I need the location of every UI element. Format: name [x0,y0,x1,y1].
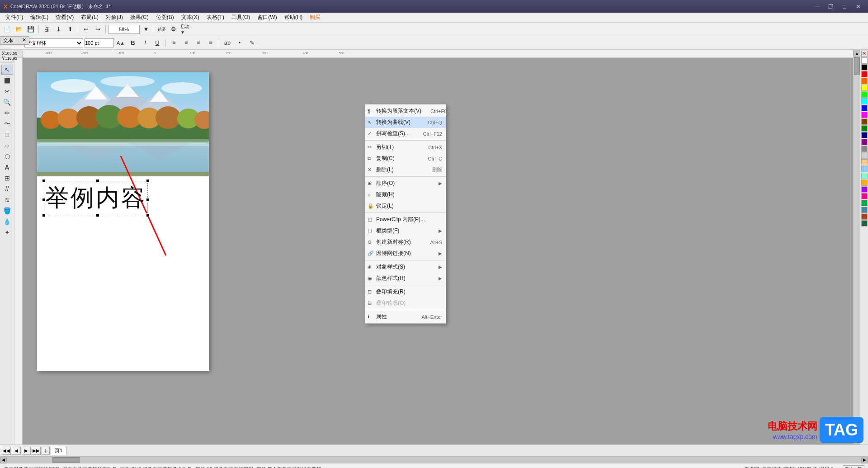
settings-button[interactable]: ⚙ [168,24,179,34]
smart-draw[interactable]: 〜 [1,119,13,129]
ctx-delete[interactable]: ✕ 删除(L) 删除 [365,164,446,175]
save-button[interactable]: 💾 [25,24,36,34]
zoom-tool[interactable]: 🔍 [1,97,13,107]
font-size-up[interactable]: A▲ [115,38,126,48]
eyedropper-tool[interactable]: 💧 [1,217,13,227]
select-tool[interactable]: ↖ [1,65,13,75]
color-swatch-darkgreen[interactable] [861,125,868,132]
color-swatch-black[interactable] [861,64,868,71]
handle-tl[interactable] [42,179,46,183]
color-swatch-lightblue[interactable] [861,166,868,172]
menu-bitmap[interactable]: 位图(B) [152,13,178,22]
color-swatch-steelblue[interactable] [861,207,868,213]
font-size-input[interactable] [85,38,114,47]
char-style[interactable]: ab [222,38,233,48]
underline-button[interactable]: U [152,38,163,48]
ctx-hide[interactable]: ○ 隐藏(H) [365,189,446,200]
ctx-hyperlink[interactable]: 🔗 因特网链接(N) ▶ [365,248,446,259]
color-swatch-lightgray[interactable] [861,152,868,159]
italic-button[interactable]: I [140,38,151,48]
color-swatch-rust[interactable] [861,213,868,220]
no-color-swatch[interactable]: ✕ [861,51,868,57]
color-swatch-white[interactable] [861,57,868,64]
maximize-button[interactable]: □ [838,2,851,11]
menu-table[interactable]: 表格(T) [203,13,228,22]
ctx-color-styles[interactable]: ◉ 颜色样式(R) ▶ [365,273,446,284]
color-swatch-emerald[interactable] [861,200,868,206]
color-swatch-gray[interactable] [861,146,868,152]
menu-buy[interactable]: 购买 [306,13,324,22]
color-swatch-blue[interactable] [861,105,868,111]
redo-button[interactable]: ↪ [92,24,103,34]
export-button[interactable]: ⬆ [65,24,75,34]
menu-view[interactable]: 查看(V) [52,13,77,22]
language-indicator[interactable]: CH ♪ 简 [843,465,865,468]
scroll-up-button[interactable]: ▲ [854,50,860,57]
handle-mr[interactable] [146,198,150,202]
last-page-button[interactable]: ▶▶ [32,447,41,455]
color-swatch-purple[interactable] [861,139,868,145]
ctx-symmetry[interactable]: ⊙ 创建新对称(R) Alt+S [365,236,446,248]
add-page-button[interactable]: + [42,447,50,455]
scroll-left-button[interactable]: ◀ [0,457,7,463]
menu-window[interactable]: 窗口(W) [254,13,280,22]
color-swatch-amber[interactable] [861,180,868,186]
open-button[interactable]: 📂 [14,24,24,34]
color-swatch-peach[interactable] [861,159,868,165]
import-button[interactable]: ⬇ [53,24,64,34]
rect-tool[interactable]: □ [1,130,13,140]
ctx-overprint-fill[interactable]: ⊟ 叠印填充(R) [365,286,446,298]
bold-button[interactable]: B [127,38,138,48]
page-1-tab[interactable]: 页1 [51,446,66,455]
text-tool[interactable]: A [1,162,13,172]
new-button[interactable]: 📄 [2,24,13,34]
bullet-list[interactable]: • [234,38,245,48]
color-swatch-pink[interactable] [861,193,868,199]
color-swatch-orange[interactable] [861,78,868,84]
color-swatch-forest[interactable] [861,220,868,227]
hscroll-track[interactable] [7,457,861,463]
interactive-tool[interactable]: ✦ [1,227,13,237]
text-panel-close[interactable]: ✕ [22,37,26,43]
handle-tm[interactable] [96,179,99,183]
parallel-tool[interactable]: // [1,184,13,194]
text-options[interactable]: ✎ [246,38,257,48]
ctx-cut[interactable]: ✂ 剪切(T) Ctrl+X [365,142,446,153]
handle-bl[interactable] [42,213,46,217]
align-center[interactable]: ≡ [181,38,192,48]
handle-bm[interactable] [96,213,99,217]
ctx-lock[interactable]: 🔒 锁定(L) [365,200,446,212]
first-page-button[interactable]: ◀◀ [2,447,11,455]
canvas-text-object[interactable]: 举例内容 [44,181,148,215]
color-swatch-violet[interactable] [861,186,868,193]
scroll-thumb[interactable] [854,57,860,75]
start-button[interactable]: 启动 ▼ [180,24,191,34]
color-swatch-brown[interactable] [861,118,868,125]
menu-help[interactable]: 帮助(H) [281,13,307,22]
align-justify[interactable]: ≡ [205,38,216,48]
ctx-frame-type[interactable]: ☐ 框类型(F) ▶ [365,225,446,236]
node-tool[interactable]: ⬛ [1,76,13,85]
menu-effects[interactable]: 效果(C) [127,13,152,22]
handle-ml[interactable] [42,198,46,202]
close-button[interactable]: ✕ [852,2,864,11]
menu-edit[interactable]: 编辑(E) [27,13,52,22]
menu-tools[interactable]: 工具(O) [228,13,254,22]
print-button[interactable]: 🖨 [41,24,52,34]
zoom-input[interactable]: 58% [108,25,140,34]
snap-button[interactable]: 贴齐 [156,24,167,34]
color-swatch-red[interactable] [861,71,868,77]
ellipse-tool[interactable]: ○ [1,141,13,151]
menu-object[interactable]: 对象(J) [102,13,127,22]
color-swatch-green[interactable] [861,91,868,98]
color-swatch-yellow[interactable] [861,85,868,91]
restore-button[interactable]: ❐ [825,2,837,11]
menu-text[interactable]: 文本(X) [178,13,203,22]
ctx-convert-curve[interactable]: ∿ 转换为曲线(V) Ctrl+Q [365,117,446,128]
crop-tool[interactable]: ✂ [1,86,13,96]
freehand-tool[interactable]: ✏ [1,108,13,118]
ctx-convert-paragraph[interactable]: ¶ 转换为段落文本(V) Ctrl+F8 [365,105,446,117]
vertical-scrollbar[interactable]: ▲ ▼ [853,50,860,444]
font-family-select[interactable]: 华文楷体 [24,38,83,47]
zoom-dropdown[interactable]: ▼ [141,24,151,34]
